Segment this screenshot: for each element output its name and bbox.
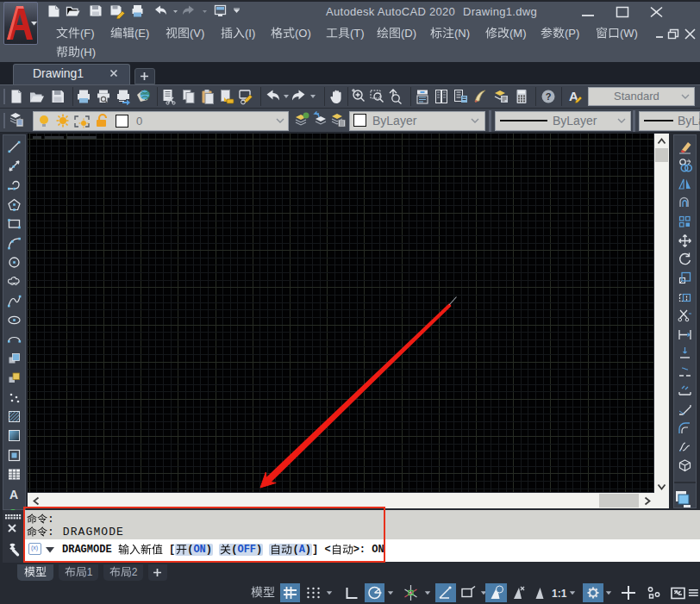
svg-text:A: A — [9, 488, 18, 501]
svg-text:0: 0 — [136, 115, 142, 128]
svg-text:?: ? — [546, 91, 552, 102]
